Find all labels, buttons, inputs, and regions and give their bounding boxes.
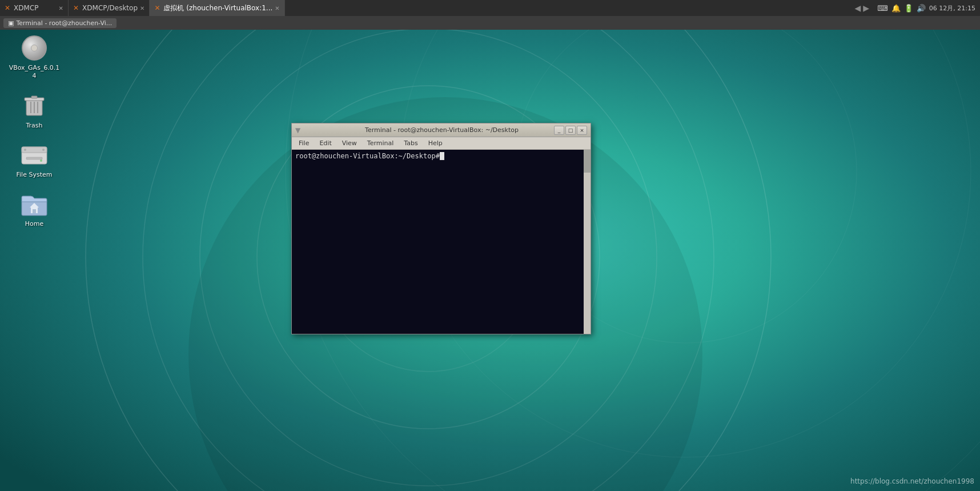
tab-x-icon2: ✕ xyxy=(73,4,79,12)
watermark: https://blog.csdn.net/zhouchen1998 xyxy=(850,477,974,485)
terminal-menu-bar: File Edit View Terminal Tabs Help xyxy=(292,137,591,150)
browser-nav: ◀ ▶ xyxy=(851,3,873,13)
browser-taskbar: ✕ XDMCP ✕ ✕ XDMCP/Desktop ✕ ✕ 虚拟机 (zhouc… xyxy=(0,0,980,16)
terminal-menu-arrow[interactable]: ▼ xyxy=(295,126,300,134)
notification-icon: 🔔 xyxy=(891,4,901,13)
filesystem-image xyxy=(21,141,48,169)
nav-forward-icon[interactable]: ▶ xyxy=(863,3,869,13)
datetime-display: 06 12月, 21:15 xyxy=(929,4,975,13)
vbox-gas-label: VBox_GAs_6.0.1 4 xyxy=(9,64,60,81)
cd-disc xyxy=(22,35,47,61)
terminal-menu-view[interactable]: View xyxy=(338,138,362,148)
terminal-window-controls: _ □ × xyxy=(554,126,587,135)
home-svg xyxy=(21,191,48,217)
filesystem-label: File System xyxy=(17,171,53,179)
window-taskbar: ▣ Terminal - root@zhouchen-Vi... xyxy=(0,16,980,30)
volume-icon: 🔊 xyxy=(917,4,926,13)
vbox-gas-image xyxy=(21,34,48,62)
terminal-menu-edit[interactable]: Edit xyxy=(315,138,336,148)
trash-label: Trash xyxy=(26,122,42,130)
battery-icon: 🔋 xyxy=(904,4,913,13)
terminal-menu-help[interactable]: Help xyxy=(424,138,447,148)
terminal-titlebar: ▼ Terminal - root@zhouchen-VirtualBox: ~… xyxy=(292,123,591,137)
tab-xdmcp-desktop[interactable]: ✕ XDMCP/Desktop ✕ xyxy=(69,0,150,16)
svg-point-19 xyxy=(42,149,45,151)
trash-svg xyxy=(24,94,45,118)
systray: ⌨ 🔔 🔋 🔊 06 12月, 21:15 xyxy=(873,4,980,13)
svg-point-18 xyxy=(24,149,26,151)
tab-xdmcp-desktop-close[interactable]: ✕ xyxy=(140,5,144,11)
tab-xdmcp-close[interactable]: ✕ xyxy=(59,5,63,11)
terminal-window: ▼ Terminal - root@zhouchen-VirtualBox: ~… xyxy=(291,123,591,334)
tab-list: ✕ XDMCP ✕ ✕ XDMCP/Desktop ✕ ✕ 虚拟机 (zhouc… xyxy=(0,0,851,16)
tab-xdmcp-desktop-label: XDMCP/Desktop xyxy=(82,4,138,12)
terminal-prompt-text: root@zhouchen-VirtualBox:~/Desktop# xyxy=(295,152,440,160)
tab-virtualbox-label: 虚拟机 (zhouchen-VirtualBox:1... xyxy=(163,3,272,13)
tab-xdmcp[interactable]: ✕ XDMCP ✕ xyxy=(0,0,69,16)
tab-x-icon3: ✕ xyxy=(154,4,160,12)
svg-point-21 xyxy=(40,159,42,162)
tab-x-icon: ✕ xyxy=(5,4,10,12)
terminal-menu-tabs[interactable]: Tabs xyxy=(399,138,422,148)
home-image xyxy=(21,190,48,218)
desktop-icons-area: VBox_GAs_6.0.1 4 Trash xyxy=(11,34,57,228)
vbox-gas-icon[interactable]: VBox_GAs_6.0.1 4 xyxy=(11,34,57,81)
terminal-left-controls: ▼ xyxy=(295,126,330,134)
terminal-scrollbar[interactable] xyxy=(584,150,591,334)
trash-icon[interactable]: Trash xyxy=(11,92,57,130)
terminal-minimize-btn[interactable]: _ xyxy=(554,126,564,135)
filesystem-icon[interactable]: File System xyxy=(11,141,57,179)
trash-image xyxy=(21,92,48,119)
terminal-title-text: Terminal - root@zhouchen-VirtualBox: ~/D… xyxy=(330,126,554,134)
svg-rect-20 xyxy=(26,157,42,159)
terminal-content[interactable]: root@zhouchen-VirtualBox:~/Desktop# xyxy=(292,150,591,334)
terminal-cursor xyxy=(440,152,444,160)
home-icon[interactable]: Home xyxy=(11,190,57,228)
home-label: Home xyxy=(25,220,43,228)
terminal-close-btn[interactable]: × xyxy=(577,126,587,135)
scrollbar-thumb[interactable] xyxy=(584,150,591,173)
svg-rect-12 xyxy=(31,96,37,98)
terminal-icon-small: ▣ xyxy=(8,19,14,27)
desktop: ✕ XDMCP ✕ ✕ XDMCP/Desktop ✕ ✕ 虚拟机 (zhouc… xyxy=(0,0,980,491)
tab-virtualbox[interactable]: ✕ 虚拟机 (zhouchen-VirtualBox:1... ✕ xyxy=(150,0,284,16)
terminal-menu-file[interactable]: File xyxy=(294,138,314,148)
nav-back-icon[interactable]: ◀ xyxy=(854,3,861,13)
terminal-content-area: root@zhouchen-VirtualBox:~/Desktop# xyxy=(292,150,591,334)
filesystem-svg xyxy=(21,143,48,166)
terminal-prompt-line: root@zhouchen-VirtualBox:~/Desktop# xyxy=(295,152,583,160)
active-window-label: Terminal - root@zhouchen-Vi... xyxy=(16,19,112,27)
terminal-menu-terminal[interactable]: Terminal xyxy=(363,138,399,148)
terminal-maximize-btn[interactable]: □ xyxy=(565,126,576,135)
active-window-button[interactable]: ▣ Terminal - root@zhouchen-Vi... xyxy=(3,18,117,28)
keyboard-icon: ⌨ xyxy=(877,4,888,13)
tab-xdmcp-label: XDMCP xyxy=(14,4,38,12)
tab-virtualbox-close[interactable]: ✕ xyxy=(275,5,279,11)
svg-rect-25 xyxy=(33,209,36,213)
